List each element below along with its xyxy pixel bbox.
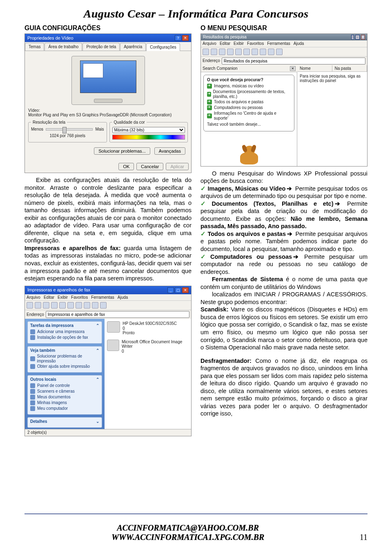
add-printer-icon — [30, 329, 35, 334]
up-icon[interactable] — [219, 49, 225, 55]
collapse-icon[interactable]: ⌃ — [96, 323, 99, 328]
menu-arquivo[interactable]: Arquivo — [27, 295, 40, 300]
minimize-button[interactable]: _ — [351, 35, 354, 40]
help-button[interactable]: ? — [175, 35, 181, 41]
forward-icon[interactable] — [211, 49, 217, 55]
printer-item[interactable]: HP DeskJet 930C/932C/935C 0 Pronto — [107, 321, 189, 335]
up-icon[interactable] — [43, 302, 49, 309]
folders-icon[interactable] — [59, 302, 66, 309]
panel2-item-1[interactable]: Obter ajuda sobre impressão — [37, 364, 90, 369]
panel1-item-1[interactable]: Instalação de opções de fax — [37, 335, 88, 340]
forward-icon[interactable] — [35, 302, 41, 309]
opt-computers[interactable]: Computadores ou pessoas — [214, 105, 263, 110]
video-label: Vídeo: — [28, 108, 188, 113]
tab-temas[interactable]: Temas — [25, 43, 44, 51]
opt-all-files[interactable]: Todos os arquivos e pastas — [214, 100, 263, 104]
menu-ajuda[interactable]: Ajuda — [118, 295, 128, 300]
panel1-item-0[interactable]: Adicionar uma impressora — [37, 329, 85, 334]
panel3-item-1[interactable]: Scanners e câmeras — [37, 389, 75, 394]
printer-item[interactable]: Microsoft Office Document Image Writer 0 — [107, 340, 189, 354]
cut-icon[interactable] — [252, 49, 258, 55]
advanced-button[interactable]: Avançadas — [154, 147, 185, 155]
menu-editar[interactable]: Editar — [44, 295, 54, 300]
back-icon[interactable] — [27, 302, 33, 309]
search-title: Resultados da pesquisa — [203, 35, 247, 40]
minimize-button[interactable]: _ — [167, 287, 174, 293]
menu-favoritos[interactable]: Favoritos — [247, 41, 264, 46]
arrow-icon — [207, 100, 212, 104]
addr-field[interactable] — [222, 58, 365, 64]
tab-area[interactable]: Área de trabalho — [45, 43, 82, 51]
panel3-item-4[interactable]: Meu computador — [37, 406, 68, 411]
undo-icon[interactable] — [276, 49, 283, 55]
addr-label: Endereço — [27, 312, 44, 317]
search-hint: Para iniciar sua pesquisa, siga as instr… — [297, 72, 367, 85]
menu-exibir[interactable]: Exibir — [58, 295, 68, 300]
arrow-icon — [207, 105, 212, 110]
search-icon[interactable] — [227, 49, 234, 55]
tab-configuracoes[interactable]: Configurações — [146, 43, 180, 51]
cut-icon[interactable] — [76, 302, 82, 309]
menu-ajuda[interactable]: Ajuda — [294, 41, 304, 46]
mydocs-icon — [30, 395, 35, 400]
copy-icon[interactable] — [260, 49, 266, 55]
resolution-slider[interactable] — [46, 128, 93, 131]
printer-name: HP DeskJet 930C/932C/935C — [122, 321, 177, 326]
left-heading: GUIA CONFIGURAÇÕES — [24, 24, 192, 32]
menu-editar[interactable]: Editar — [220, 41, 230, 46]
expand-icon[interactable]: ⌄ — [96, 419, 99, 424]
panel2-item-0[interactable]: Solucionar problemas de impressão — [37, 354, 100, 363]
cancel-button[interactable]: Cancelar — [136, 163, 163, 170]
mypics-icon — [30, 400, 35, 405]
menu-arquivo[interactable]: Arquivo — [203, 41, 216, 46]
panel3-item-2[interactable]: Meus documentos — [37, 395, 71, 400]
printers-title: Impressoras e aparelhos de fax — [27, 287, 90, 293]
addr-field[interactable] — [46, 311, 189, 318]
search-dog-icon — [237, 144, 261, 164]
footer-rule — [24, 513, 368, 514]
sys-tools-2: localizados em INICIAR / PROGRAMAS / ACE… — [200, 291, 368, 306]
troubleshoot-button[interactable]: Solucionar problemas... — [94, 147, 150, 155]
paste-icon[interactable] — [268, 49, 274, 55]
col-nome[interactable]: Nome — [297, 65, 332, 72]
close-pane-icon[interactable]: ✕ — [290, 66, 296, 71]
res-value: 1024 por 768 pixels — [31, 133, 104, 138]
left-para-1: Exibe as configurações atuais da resoluç… — [24, 176, 192, 244]
menu-ferramentas[interactable]: Ferramentas — [267, 41, 290, 46]
close-button[interactable]: ✕ — [361, 35, 365, 40]
tab-aparencia[interactable]: Aparência — [120, 43, 146, 51]
menu-ferramentas[interactable]: Ferramentas — [91, 295, 114, 300]
maximize-button[interactable]: ▢ — [175, 287, 181, 293]
col-pasta[interactable]: Na pasta — [332, 65, 367, 72]
maximize-button[interactable]: ▢ — [355, 35, 360, 40]
undo-icon[interactable] — [100, 302, 107, 309]
folders-icon[interactable] — [235, 49, 242, 55]
color-depth-select[interactable]: Máxima (32 bits) — [112, 127, 185, 133]
opt-documents[interactable]: Documentos (processamento de textos, pla… — [213, 89, 291, 99]
menu-favoritos[interactable]: Favoritos — [71, 295, 88, 300]
tab-protecao[interactable]: Proteção de tela — [82, 43, 120, 51]
panel3-title: Outros locais — [30, 377, 56, 382]
bullet-images: ✓Imagens, Músicas ou Vídeo➔ Permite pesq… — [200, 185, 368, 200]
close-button[interactable]: ✕ — [182, 35, 189, 41]
ok-button[interactable]: OK — [118, 163, 134, 170]
back-icon[interactable] — [203, 49, 209, 55]
views-icon[interactable] — [243, 49, 250, 55]
help-icon — [30, 356, 35, 361]
close-button[interactable]: ✕ — [182, 287, 189, 293]
collapse-icon[interactable]: ⌃ — [96, 348, 99, 353]
color-legend: Qualidade da cor — [112, 120, 147, 125]
menu-exibir[interactable]: Exibir — [234, 41, 244, 46]
opt-help-center[interactable]: Informações no 'Centro de ajuda e suport… — [214, 111, 291, 120]
apply-button[interactable]: Aplicar — [166, 163, 189, 170]
panel3-item-0[interactable]: Painel de controle — [37, 383, 70, 388]
printer-ready: Pronto — [122, 331, 177, 335]
paste-icon[interactable] — [92, 302, 98, 309]
opt-images[interactable]: Imagens, músicas ou vídeo — [214, 84, 264, 89]
collapse-icon[interactable]: ⌃ — [96, 377, 99, 382]
search-icon[interactable] — [51, 302, 58, 309]
copy-icon[interactable] — [84, 302, 90, 309]
panel3-item-3[interactable]: Minhas imagens — [37, 400, 67, 405]
panel2-title: Veja também — [30, 348, 55, 353]
history-icon[interactable] — [67, 302, 74, 309]
